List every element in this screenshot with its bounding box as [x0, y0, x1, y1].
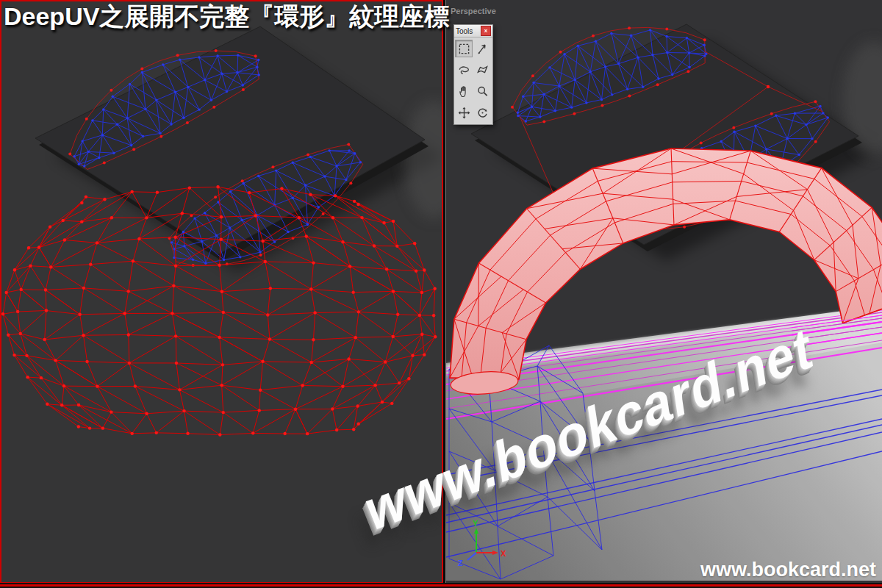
- paint-select-icon: [475, 41, 490, 57]
- tools-grid: [454, 37, 492, 124]
- tools-palette: Tools x: [453, 24, 493, 125]
- zoom-magnifier-tool-button[interactable]: [473, 82, 491, 100]
- lasso-select-tool-button[interactable]: [455, 61, 473, 79]
- corner-watermark: www.bookcard.net: [700, 559, 876, 581]
- app-window: YXZ Perspective DeepUV之展開不完整『環形』紋理座標 Too…: [0, 0, 882, 588]
- polygon-select-icon: [475, 62, 490, 78]
- marquee-select-tool-button[interactable]: [455, 40, 473, 57]
- marquee-select-icon: [456, 41, 472, 57]
- pan-hand-icon: [456, 84, 472, 99]
- polygon-select-tool-button[interactable]: [473, 61, 491, 79]
- move-tool-button[interactable]: [455, 104, 473, 121]
- rotate-icon: [475, 105, 490, 121]
- viewport-label: Perspective: [451, 7, 496, 15]
- page-title: DeepUV之展開不完整『環形』紋理座標: [4, 0, 449, 34]
- zoom-magnifier-icon: [475, 84, 490, 99]
- lasso-select-icon: [456, 62, 472, 78]
- svg-text:X: X: [501, 549, 506, 558]
- svg-text:Y: Y: [473, 519, 478, 528]
- svg-text:Z: Z: [458, 559, 463, 567]
- perspective-viewport[interactable]: YXZ: [445, 0, 882, 584]
- close-icon[interactable]: x: [481, 26, 491, 36]
- pan-hand-tool-button[interactable]: [455, 82, 473, 100]
- tools-palette-titlebar[interactable]: Tools x: [454, 25, 492, 37]
- viewport-border-bottom-red: [0, 584, 882, 587]
- move-icon: [456, 105, 472, 121]
- tools-palette-title: Tools: [456, 27, 473, 35]
- paint-select-tool-button[interactable]: [473, 40, 491, 57]
- rotate-tool-button[interactable]: [473, 104, 491, 121]
- perspective-canvas: YXZ: [446, 0, 882, 581]
